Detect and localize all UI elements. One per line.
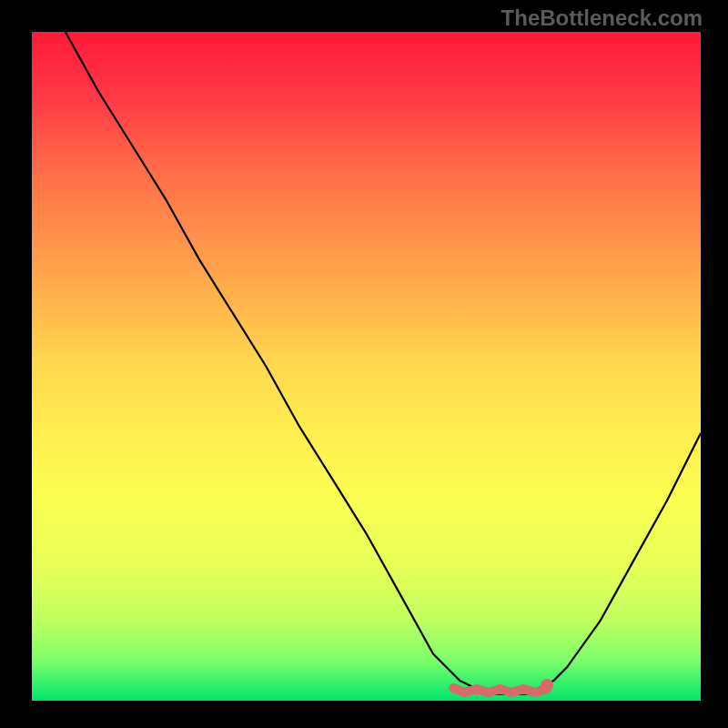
bottleneck-curve — [66, 32, 701, 694]
plot-area — [32, 32, 701, 701]
watermark-text: TheBottleneck.com — [501, 5, 703, 31]
curve-svg — [32, 32, 701, 701]
flat-zone-overlay — [453, 688, 547, 693]
chart-frame: TheBottleneck.com — [0, 0, 728, 728]
flat-zone-end-dot — [541, 679, 553, 692]
